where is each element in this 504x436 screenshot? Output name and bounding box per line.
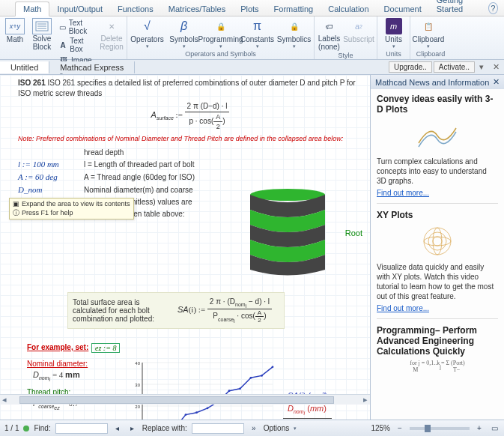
units-group-label: Units xyxy=(380,49,407,58)
symbolics-icon: 🔒 xyxy=(286,18,303,34)
svg-point-43 xyxy=(272,366,274,368)
svg-point-72 xyxy=(433,237,442,246)
news-s2-title: XY Plots xyxy=(377,210,498,220)
scroll-right-icon[interactable]: ▸ xyxy=(361,395,370,405)
scroll-thumb[interactable] xyxy=(19,396,334,404)
fit-page-button[interactable]: ▭ xyxy=(489,423,500,434)
scroll-left-icon[interactable]: ◂ xyxy=(0,395,9,405)
def-l-rhs: l = Length of threaded part of bolt xyxy=(84,160,195,170)
news-s2-thumb xyxy=(411,223,464,259)
svg-point-36 xyxy=(195,411,198,414)
note-text: Note: Preferred combinations of Nominal … xyxy=(18,134,362,143)
textbox-icon: A xyxy=(58,40,67,50)
solve-block-button[interactable]: Solve Block xyxy=(30,18,54,51)
svg-point-73 xyxy=(424,237,451,246)
document-tab-strip: Untitled Mathcad Express Upgrade.. Activ… xyxy=(0,60,504,75)
find-input[interactable] xyxy=(55,423,108,434)
tab-getting-started[interactable]: Getting Started xyxy=(429,0,488,16)
doc-tab-untitled[interactable]: Untitled xyxy=(0,61,49,73)
replace-input[interactable] xyxy=(192,423,244,434)
textblock-label: Text Block xyxy=(69,19,95,35)
root-label: Root xyxy=(345,228,362,237)
tooltip-line2: Press F1 for help xyxy=(22,209,73,218)
zoom-out-button[interactable]: − xyxy=(395,423,405,434)
find-prev-button[interactable]: ◂ xyxy=(112,423,123,434)
math-label: Math xyxy=(7,35,23,43)
textblock-icon: ▭ xyxy=(58,22,67,32)
subscript-label: Subscript xyxy=(343,35,374,43)
def-a-lhs: A := 60 deg xyxy=(18,172,72,183)
units-button[interactable]: mUnits▾ xyxy=(380,18,407,49)
news-s2-body: Visualize data quickly and easily with X… xyxy=(377,262,498,301)
example-header: For example, set: xyxy=(27,343,88,351)
symbols-icon: β xyxy=(176,18,192,34)
sa-box: Total surface area is calculated for eac… xyxy=(67,292,285,329)
subscript-button[interactable]: a2Subscript xyxy=(344,18,374,43)
horizontal-scrollbar[interactable]: ◂ ▸ xyxy=(0,394,370,405)
programming-icon: 🔒 xyxy=(213,18,229,34)
units-icon: m xyxy=(386,18,402,34)
tab-formatting[interactable]: Formatting xyxy=(267,2,321,16)
status-dot-icon xyxy=(23,426,29,432)
doc-tab-dropdown[interactable]: ▾ xyxy=(475,62,488,72)
clipboard-icon: 📋 xyxy=(420,18,437,34)
ribbon: x+y Math Solve Block ▭Text Block AText B… xyxy=(0,16,504,60)
options-label[interactable]: Options xyxy=(264,424,289,432)
find-next-button[interactable]: ▸ xyxy=(127,423,138,434)
zoom-in-button[interactable]: + xyxy=(474,423,485,434)
doc-tab-express[interactable]: Mathcad Express xyxy=(49,61,135,73)
chart-area: 01020304012345678910111213i xyxy=(127,358,277,421)
news-s1-thumb xyxy=(411,118,464,154)
nominal-value: Dnomi = 4 mm xyxy=(33,370,80,383)
ez-value[interactable]: ez := 8 xyxy=(91,343,120,353)
svg-point-37 xyxy=(207,408,209,410)
symbols-label: Symbols xyxy=(169,35,198,43)
news-s2-link[interactable]: Find out more... xyxy=(377,304,429,312)
clipboard-group-label: Clipboard xyxy=(413,49,448,58)
solve-icon xyxy=(32,18,52,34)
zoom-slider[interactable] xyxy=(410,427,470,430)
tab-document[interactable]: Document xyxy=(377,2,429,16)
text-block-button[interactable]: ▭Text Block xyxy=(57,18,97,36)
textbox-label: Text Box xyxy=(70,37,95,53)
asurf-formula: Asurface := 2 π (D−d) · lp · cos(A2) xyxy=(18,101,362,131)
math-region-button[interactable]: x+y Math xyxy=(3,18,27,43)
clipboard-button[interactable]: 📋Clipboard▾ xyxy=(413,18,443,49)
labels-icon: 🏷 xyxy=(321,18,338,34)
operators-label: Operators xyxy=(130,35,163,43)
help-button[interactable]: ? xyxy=(488,2,498,14)
programming-label: Programming xyxy=(198,35,243,43)
tab-matrices[interactable]: Matrices/Tables xyxy=(161,2,233,16)
document-area[interactable]: ISO 261 ISO 261 specifies a detailed lis… xyxy=(0,75,370,421)
tab-functions[interactable]: Functions xyxy=(110,2,161,16)
news-close-icon[interactable]: ✕ xyxy=(493,77,500,87)
replace-next-button[interactable]: » xyxy=(249,423,259,434)
symbolics-button[interactable]: 🔒Symbolics▾ xyxy=(279,18,309,49)
tab-math[interactable]: Math xyxy=(15,1,49,16)
symbols-button[interactable]: βSymbols▾ xyxy=(169,18,199,49)
svg-point-42 xyxy=(261,375,263,377)
constants-button[interactable]: πConstants▾ xyxy=(243,18,273,49)
doc-tab-close[interactable]: ✕ xyxy=(488,62,504,72)
ops-group-label: Operators and Symbols xyxy=(130,49,311,58)
upgrade-button[interactable]: Upgrade.. xyxy=(389,61,432,73)
text-box-button[interactable]: AText Box xyxy=(57,36,97,54)
style-group-label: Style xyxy=(318,51,374,59)
delete-label: Delete Region xyxy=(100,35,124,51)
news-s1-link[interactable]: Find out more... xyxy=(377,189,429,197)
svg-text:40: 40 xyxy=(135,361,140,366)
tab-io[interactable]: Input/Output xyxy=(49,2,110,16)
activate-button[interactable]: Activate.. xyxy=(434,61,475,73)
tab-plots[interactable]: Plots xyxy=(233,2,266,16)
tab-calculation[interactable]: Calculation xyxy=(321,2,376,16)
operators-button[interactable]: √Operators▾ xyxy=(133,18,163,49)
constants-icon: π xyxy=(249,18,266,34)
news-title: Mathcad News and Information xyxy=(375,78,489,87)
def-dnom-rhs: Nominal diameter(m) and coarse xyxy=(84,185,193,196)
news-header: Mathcad News and Information ✕ xyxy=(371,75,504,89)
def-a-rhs: A = Thread angle (60deg for ISO) xyxy=(84,172,195,183)
ribbon-tab-strip: Math Input/Output Functions Matrices/Tab… xyxy=(0,0,504,16)
delete-region-button[interactable]: ✕ Delete Region xyxy=(100,18,124,51)
programming-button[interactable]: 🔒Programming▾ xyxy=(206,18,236,49)
labels-button[interactable]: 🏷Labels (none) xyxy=(318,18,341,51)
